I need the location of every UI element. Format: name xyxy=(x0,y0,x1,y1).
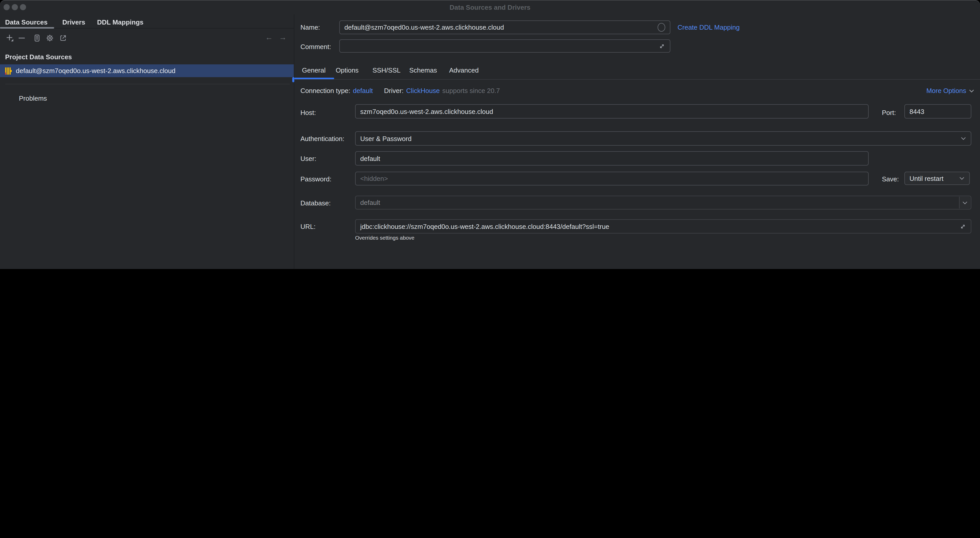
authentication-dropdown[interactable]: User & Password xyxy=(355,131,971,146)
close-window-button[interactable] xyxy=(3,4,10,10)
password-input[interactable]: <hidden> xyxy=(355,172,869,185)
port-input[interactable]: 8443 xyxy=(904,104,971,119)
connection-type-value-link[interactable]: default xyxy=(353,87,373,94)
zoom-window-button[interactable] xyxy=(20,4,26,10)
database-label: Database: xyxy=(301,199,331,207)
tab-advanced[interactable]: Advanced xyxy=(449,67,479,74)
chevron-down-icon xyxy=(961,137,966,140)
database-combobox[interactable]: default xyxy=(355,196,971,210)
dropdown-corner-triangle xyxy=(11,39,13,41)
screen: Data Sources and Drivers Data Sources Dr… xyxy=(0,0,980,269)
connection-type-label: Connection type: xyxy=(301,87,350,94)
data-sources-dialog: Data Sources and Drivers Data Sources Dr… xyxy=(0,0,980,269)
name-label: Name: xyxy=(301,24,320,31)
data-source-name: default@szm7oqed0o.us-west-2.aws.clickho… xyxy=(16,67,175,75)
name-value: default@szm7oqed0o.us-west-2.aws.clickho… xyxy=(344,24,658,31)
chevron-down-icon xyxy=(959,176,965,180)
add-data-source-button[interactable] xyxy=(6,34,14,42)
save-value: Until restart xyxy=(910,175,943,182)
host-value: szm7oqed0o.us-west-2.aws.clickhouse.clou… xyxy=(360,108,864,115)
project-data-sources-header: Project Data Sources xyxy=(5,53,72,61)
forward-icon[interactable]: → xyxy=(279,33,286,42)
tab-ddl-mappings[interactable]: DDL Mappings xyxy=(97,18,143,26)
user-input[interactable]: default xyxy=(355,151,869,166)
back-icon[interactable]: ← xyxy=(265,33,273,42)
user-value: default xyxy=(360,154,864,162)
remove-data-source-button[interactable] xyxy=(18,34,25,42)
comment-label: Comment: xyxy=(301,43,331,51)
tab-options[interactable]: Options xyxy=(336,67,359,74)
save-label: Save: xyxy=(882,175,899,183)
password-label: Password: xyxy=(301,175,331,183)
tabbar-divider xyxy=(294,79,980,80)
user-label: User: xyxy=(301,155,316,162)
tab-schemas[interactable]: Schemas xyxy=(409,67,437,74)
panel-splitter xyxy=(294,14,294,269)
comment-input[interactable] xyxy=(339,39,670,53)
clickhouse-logo-icon xyxy=(5,67,12,74)
chevron-down-icon xyxy=(969,89,974,93)
problems-section-header[interactable]: Problems xyxy=(19,94,47,102)
driver-value-link[interactable]: ClickHouse xyxy=(406,87,440,94)
connection-type-row: Connection type: default Driver: ClickHo… xyxy=(301,87,500,94)
general-tab-underline xyxy=(294,78,334,79)
authentication-value: User & Password xyxy=(360,135,961,142)
host-input[interactable]: szm7oqed0o.us-west-2.aws.clickhouse.clou… xyxy=(355,104,869,119)
database-dropdown-button[interactable] xyxy=(959,197,970,209)
tab-general[interactable]: General xyxy=(302,67,326,74)
save-dropdown[interactable]: Until restart xyxy=(904,172,970,185)
url-value: jdbc:clickhouse://szm7oqed0o.us-west-2.a… xyxy=(360,223,959,230)
active-tab-underline xyxy=(0,27,54,29)
url-label: URL: xyxy=(301,223,315,231)
port-value: 8443 xyxy=(910,108,966,115)
expand-editor-icon[interactable] xyxy=(959,223,966,230)
authentication-label: Authentication: xyxy=(301,135,344,143)
more-options-link[interactable]: More Options xyxy=(926,87,974,94)
host-label: Host: xyxy=(301,109,316,116)
tab-ssh-ssl[interactable]: SSH/SSL xyxy=(372,67,401,74)
tab-drivers[interactable]: Drivers xyxy=(62,18,85,26)
password-placeholder: <hidden> xyxy=(360,175,864,182)
settings-gear-icon[interactable] xyxy=(46,34,54,42)
more-options-label: More Options xyxy=(926,87,966,94)
driver-hint: supports since 20.7 xyxy=(442,87,500,94)
driver-label: Driver: xyxy=(384,87,404,94)
expand-editor-icon[interactable] xyxy=(659,43,665,49)
database-value: default xyxy=(360,199,966,207)
data-source-color-circle-icon xyxy=(658,23,665,32)
tab-data-sources[interactable]: Data Sources xyxy=(5,18,48,26)
create-ddl-mapping-link[interactable]: Create DDL Mapping xyxy=(678,24,740,31)
window-title: Data Sources and Drivers xyxy=(450,3,530,11)
open-in-editor-icon[interactable] xyxy=(59,34,67,42)
splitter-handle[interactable] xyxy=(292,77,294,82)
url-hint: Overrides settings above xyxy=(355,234,414,240)
data-source-list-item-selected[interactable]: default@szm7oqed0o.us-west-2.aws.clickho… xyxy=(0,64,294,77)
left-tabbar: Data Sources Drivers DDL Mappings xyxy=(0,14,294,29)
url-input[interactable]: jdbc:clickhouse://szm7oqed0o.us-west-2.a… xyxy=(355,219,971,234)
tree-section-divider xyxy=(5,84,290,84)
duplicate-icon[interactable] xyxy=(33,34,41,42)
name-input[interactable]: default@szm7oqed0o.us-west-2.aws.clickho… xyxy=(339,21,670,34)
chevron-down-icon xyxy=(962,201,968,205)
minimize-window-button[interactable] xyxy=(12,4,18,10)
port-label: Port: xyxy=(882,109,896,116)
